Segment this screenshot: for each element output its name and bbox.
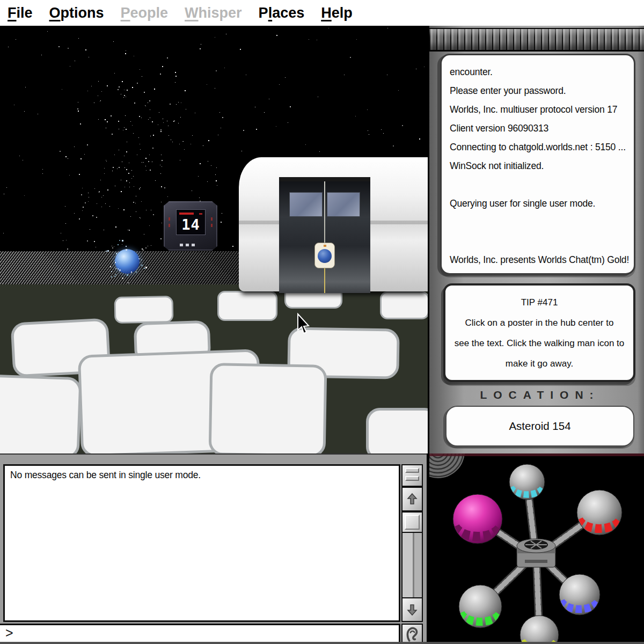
status-line: Connecting to chatgold.worlds.net : 5150…: [450, 138, 631, 157]
status-line: [450, 175, 631, 194]
cyan-world-sphere: [509, 464, 545, 500]
door-seam: [324, 181, 325, 293]
green-world-sphere: [459, 585, 502, 628]
floor: [0, 284, 428, 453]
indicator-dot: [324, 245, 326, 247]
floor-tile: [209, 363, 327, 453]
chat-prompt: >: [5, 625, 13, 641]
hub-rings: [429, 453, 465, 478]
status-line: [450, 232, 631, 251]
chat-log[interactable]: No messages can be sent in single user m…: [3, 464, 400, 622]
status-line: WinSock not initialized.: [450, 157, 631, 175]
hub-center: [517, 539, 555, 567]
scroll-up-button[interactable]: [401, 487, 423, 511]
3d-viewport[interactable]: 14: [0, 26, 428, 453]
chat-input[interactable]: > _: [0, 624, 400, 644]
status-log: encounter.Please enter your password.Wor…: [440, 54, 635, 275]
floor-tile: [217, 291, 277, 321]
tip-line: Click on a poster in the hub center to: [445, 313, 633, 333]
scrollbar-thumb[interactable]: [401, 511, 423, 533]
scrollbar-track[interactable]: [401, 533, 423, 597]
mouse-cursor: [297, 313, 313, 338]
chat-panel: No messages can be sent in single user m…: [0, 453, 427, 644]
floor-tile: [114, 296, 174, 324]
menu-people[interactable]: People: [121, 5, 169, 21]
door-right[interactable]: [325, 181, 370, 293]
window-bottom-edge: [0, 642, 644, 644]
sign-red-bar: [179, 213, 194, 215]
menu-options[interactable]: Options: [49, 5, 104, 21]
porthole-icon: [318, 249, 332, 263]
arrow-up-icon: [406, 493, 418, 506]
status-line: Please enter your password.: [450, 82, 631, 100]
room-number-sign[interactable]: 14: [164, 201, 217, 251]
ear-icon: [405, 626, 419, 643]
blue-world-sphere: [559, 574, 600, 615]
menu-whisper[interactable]: Whisper: [185, 5, 242, 21]
grip-bar: [429, 28, 644, 52]
status-line: Worlds, Inc. multiuser protocol version …: [450, 100, 631, 119]
menu-places[interactable]: Places: [259, 5, 305, 21]
floor-tile: [366, 408, 428, 453]
whisper-ear-button[interactable]: [401, 624, 423, 644]
tip-panel: TIP #471 Click on a poster in the hub ce…: [443, 283, 635, 382]
menu-file[interactable]: File: [8, 5, 33, 21]
door-left[interactable]: [279, 181, 325, 293]
magenta-world-sphere: [453, 494, 502, 544]
arrow-down-icon: [406, 603, 418, 616]
red-world-sphere: [577, 490, 622, 535]
door-plaque: [314, 243, 335, 268]
sign-screen: 14: [176, 209, 206, 235]
location-label: LOCATION:: [429, 389, 644, 401]
chat-message: No messages can be sent in single user m…: [10, 470, 201, 480]
menu-bar: FileOptionsPeopleWhisperPlacesHelp: [0, 0, 644, 26]
tip-line: make it go away.: [445, 354, 633, 374]
chat-scrollbar: [401, 464, 423, 622]
sign-buttons: [180, 244, 195, 246]
door-window: [289, 192, 323, 217]
door-window: [327, 192, 360, 217]
location-value: Asteroid 154: [445, 406, 634, 447]
yellow-world-sphere: [520, 616, 559, 644]
worlds-chat-window: FileOptionsPeopleWhisperPlacesHelp 14: [0, 0, 644, 644]
splitter-icon: [405, 468, 419, 473]
splitter-button[interactable]: [401, 464, 423, 487]
globe-sphere: [115, 249, 140, 274]
menu-help[interactable]: Help: [321, 5, 353, 21]
sign-value: 14: [177, 216, 205, 233]
status-line: encounter.: [450, 63, 631, 82]
tip-line: see the text. Click the walking man icon…: [445, 333, 633, 354]
hub-map: [429, 453, 644, 644]
sign-red-tick: [199, 213, 202, 215]
scroll-down-button[interactable]: [401, 597, 423, 622]
tip-title: TIP #471: [445, 292, 633, 313]
floor-tile: [0, 374, 82, 453]
status-line: Client version 96090313: [450, 119, 631, 138]
status-line: [450, 213, 631, 232]
double-doors[interactable]: [279, 181, 370, 293]
floor-tile: [380, 291, 428, 319]
status-line: Querying user for single user mode.: [450, 194, 631, 213]
globe-avatar[interactable]: [103, 237, 151, 286]
right-panel: encounter.Please enter your password.Wor…: [429, 26, 644, 453]
status-line: Worlds, Inc. presents Worlds Chat(tm) Go…: [450, 251, 631, 269]
